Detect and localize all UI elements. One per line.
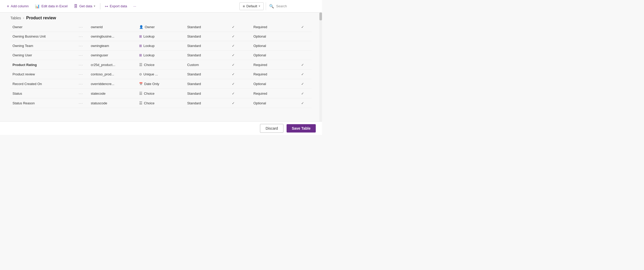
datatype: 📅 Date Only xyxy=(137,79,185,89)
field-type: Standard xyxy=(185,41,221,51)
datatype-label: Owner xyxy=(145,25,155,29)
database-icon: 🗄 xyxy=(74,4,78,8)
row-more-button[interactable]: ··· xyxy=(77,70,89,79)
required-text: Optional xyxy=(251,51,294,60)
get-data-label: Get data xyxy=(79,4,92,8)
table-row: Product Rating ··· cr25d_product... ☰ Ch… xyxy=(10,60,312,70)
chevron-down-icon-2: ▾ xyxy=(259,4,260,8)
field-type: Standard xyxy=(185,79,221,89)
schema-name: statecode xyxy=(89,89,137,98)
row-more-button[interactable]: ··· xyxy=(77,98,89,108)
required-empty xyxy=(245,89,251,98)
required-check: ✓ xyxy=(301,82,304,86)
scrollbar-thumb[interactable] xyxy=(319,13,322,20)
searchable-check: ✓ xyxy=(232,53,235,57)
field-name: Owning User xyxy=(10,51,77,60)
export-data-button[interactable]: ↦ Export data xyxy=(102,3,130,10)
table-row: Owning Team ··· owningteam ⊞ Lookup Stan… xyxy=(10,41,312,51)
field-type: Standard xyxy=(185,89,221,98)
searchable-check: ✓ xyxy=(232,72,235,76)
schema-name: ownerid xyxy=(89,22,137,32)
searchable-cell: ✓ xyxy=(221,32,245,41)
edit-excel-button[interactable]: 📊 Edit data in Excel xyxy=(32,2,70,10)
required-check-cell: ✓ xyxy=(294,22,312,32)
breadcrumb: Tables › Product review xyxy=(0,13,322,22)
datatype-label: Choice xyxy=(144,101,154,105)
required-text: Optional xyxy=(251,98,294,108)
required-check-cell: ✓ xyxy=(294,79,312,89)
row-more-button[interactable]: ··· xyxy=(77,79,89,89)
row-more-button[interactable]: ··· xyxy=(77,51,89,60)
list-icon: ≡ xyxy=(243,4,245,8)
searchable-check: ✓ xyxy=(232,44,235,48)
searchable-cell: ✓ xyxy=(221,89,245,98)
breadcrumb-separator: › xyxy=(23,16,24,20)
required-text: Optional xyxy=(251,32,294,41)
row-more-button[interactable]: ··· xyxy=(77,32,89,41)
searchable-cell: ✓ xyxy=(221,22,245,32)
table-row: Status Reason ··· statuscode ☰ Choice St… xyxy=(10,98,312,108)
required-text: Required xyxy=(251,60,294,70)
edit-excel-label: Edit data in Excel xyxy=(41,4,67,8)
searchable-cell: ✓ xyxy=(221,70,245,79)
table-row: Owner ··· ownerid 👤 Owner Standard ✓ Req… xyxy=(10,22,312,32)
datatype-label: Unique ... xyxy=(144,72,158,76)
searchable-check: ✓ xyxy=(232,34,235,38)
discard-button[interactable]: Discard xyxy=(260,124,283,133)
row-more-button[interactable]: ··· xyxy=(77,89,89,98)
required-text: Required xyxy=(251,89,294,98)
datatype: ⊞ Lookup xyxy=(137,51,185,60)
schema-name: contoso_prod... xyxy=(89,70,137,79)
fields-table: Owner ··· ownerid 👤 Owner Standard ✓ Req… xyxy=(10,22,312,108)
searchable-check: ✓ xyxy=(232,101,235,105)
required-check: ✓ xyxy=(301,101,304,105)
datatype: ⊞ Lookup xyxy=(137,41,185,51)
table-row: Owning User ··· owninguser ⊞ Lookup Stan… xyxy=(10,51,312,60)
save-table-button[interactable]: Save Table xyxy=(287,124,316,133)
chevron-down-icon: ▾ xyxy=(94,4,95,8)
schema-name: cr25d_product... xyxy=(89,60,137,70)
searchable-cell: ✓ xyxy=(221,51,245,60)
required-check-cell: ✓ xyxy=(294,89,312,98)
row-more-button[interactable]: ··· xyxy=(77,41,89,51)
scrollbar-track[interactable] xyxy=(319,13,322,121)
schema-name: statuscode xyxy=(89,98,137,108)
datatype-label: Date Only xyxy=(144,82,159,86)
required-check: ✓ xyxy=(301,63,304,67)
field-type: Standard xyxy=(185,98,221,108)
search-icon: 🔍 xyxy=(269,4,274,9)
required-empty xyxy=(245,60,251,70)
table-container: Owner ··· ownerid 👤 Owner Standard ✓ Req… xyxy=(0,22,322,120)
field-name: Owning Team xyxy=(10,41,77,51)
required-text: Optional xyxy=(251,79,294,89)
row-more-button[interactable]: ··· xyxy=(77,60,89,70)
more-button[interactable]: ··· xyxy=(131,3,139,10)
breadcrumb-tables-link[interactable]: Tables xyxy=(10,16,21,20)
datatype: 👤 Owner xyxy=(137,22,185,32)
searchable-cell: ✓ xyxy=(221,79,245,89)
searchable-check: ✓ xyxy=(232,92,235,95)
default-view-button[interactable]: ≡ Default ▾ xyxy=(239,2,264,10)
add-icon: + xyxy=(7,4,9,9)
required-check-cell xyxy=(294,32,312,41)
required-check-cell: ✓ xyxy=(294,70,312,79)
searchable-check: ✓ xyxy=(232,25,235,29)
required-empty xyxy=(245,51,251,60)
searchable-cell: ✓ xyxy=(221,41,245,51)
searchable-cell: ✓ xyxy=(221,60,245,70)
table-row: Record Created On ··· overriddencre... 📅… xyxy=(10,79,312,89)
required-check: ✓ xyxy=(301,25,304,29)
required-empty xyxy=(245,32,251,41)
table-row: Product review ··· contoso_prod... ⊝ Uni… xyxy=(10,70,312,79)
required-check-cell xyxy=(294,41,312,51)
required-empty xyxy=(245,98,251,108)
schema-name: owninguser xyxy=(89,51,137,60)
row-more-button[interactable]: ··· xyxy=(77,22,89,32)
search-box[interactable]: 🔍 Search xyxy=(266,2,318,10)
get-data-button[interactable]: 🗄 Get data ▾ xyxy=(71,2,98,10)
required-check-cell: ✓ xyxy=(294,98,312,108)
separator-1 xyxy=(100,3,100,9)
datatype: ☰ Choice xyxy=(137,98,185,108)
required-check: ✓ xyxy=(301,92,304,95)
add-column-button[interactable]: + Add column xyxy=(4,2,31,10)
